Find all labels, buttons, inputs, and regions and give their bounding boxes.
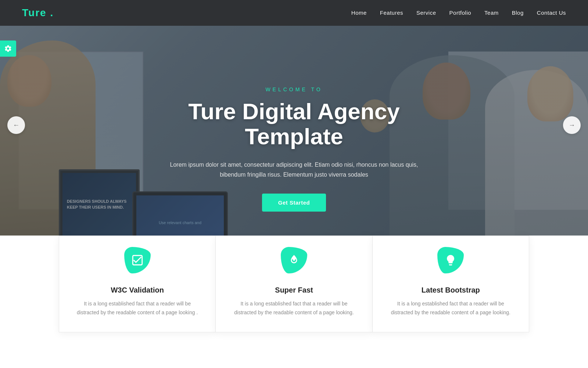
gear-icon xyxy=(4,45,12,53)
nav-contact[interactable]: Contact Us xyxy=(537,10,566,16)
brand-name: Ture xyxy=(22,7,47,18)
card-fast: Super Fast It is a long established fact… xyxy=(216,236,372,332)
nav-home[interactable]: Home xyxy=(351,10,367,16)
hero-description: Lorem ipsum dolor sit amet, consectetur … xyxy=(165,160,423,180)
card-fast-title: Super Fast xyxy=(275,286,313,294)
hero-content: WELCOME TO Ture Digital Agency Template … xyxy=(158,86,430,212)
get-started-button[interactable]: Get Started xyxy=(262,194,326,212)
card-bootstrap-desc: It is a long established fact that a rea… xyxy=(387,300,514,317)
arrow-left-icon: ← xyxy=(13,121,19,129)
card-bootstrap: Latest Bootstrap It is a long establishe… xyxy=(373,236,529,332)
card-w3c-desc: It is a long established fact that a rea… xyxy=(74,300,201,317)
hero-title: Ture Digital Agency Template xyxy=(165,99,423,149)
nav-service[interactable]: Service xyxy=(416,10,436,16)
arrow-right-icon: → xyxy=(569,121,575,129)
nav-blog[interactable]: Blog xyxy=(512,10,524,16)
nav-menu: Home Features Service Portfolio Team Blo… xyxy=(351,10,566,16)
checkmark-icon xyxy=(131,254,144,266)
carousel-prev-button[interactable]: ← xyxy=(7,116,25,134)
carousel-next-button[interactable]: → xyxy=(563,116,581,134)
hero-section: DESIGNERS SHOULD ALWAYS KEEP THEIR USERS… xyxy=(0,26,588,261)
card-bootstrap-title: Latest Bootstrap xyxy=(422,286,480,294)
card-fast-desc: It is a long established fact that a rea… xyxy=(230,300,357,317)
nav-portfolio[interactable]: Portfolio xyxy=(449,10,472,16)
navbar: Ture . Home Features Service Portfolio T… xyxy=(0,0,588,26)
features-section: W3C Validation It is a long established … xyxy=(0,236,588,368)
brand-dot: . xyxy=(47,7,54,18)
gear-button[interactable] xyxy=(0,40,16,57)
card-w3c-title: W3C Validation xyxy=(111,286,164,294)
nav-team[interactable]: Team xyxy=(484,10,499,16)
card-icon-w3c xyxy=(124,247,151,273)
rocket-icon xyxy=(288,254,300,266)
card-icon-fast xyxy=(281,247,307,273)
bulb-icon xyxy=(444,254,457,266)
hero-subtitle: WELCOME TO xyxy=(165,86,423,92)
svg-point-1 xyxy=(293,259,295,261)
card-icon-bootstrap xyxy=(437,247,464,273)
brand-logo[interactable]: Ture . xyxy=(22,7,54,19)
card-w3c: W3C Validation It is a long established … xyxy=(59,236,216,332)
nav-features[interactable]: Features xyxy=(380,10,403,16)
